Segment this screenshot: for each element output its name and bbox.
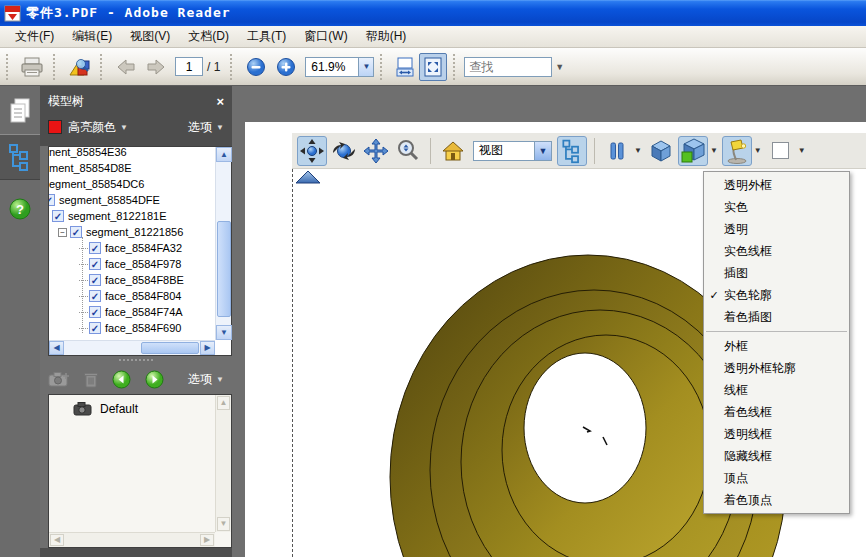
fit-width-button[interactable] [391, 53, 419, 81]
pages-panel-button[interactable] [0, 94, 40, 128]
menubar-item-0[interactable]: 文件(F) [6, 26, 63, 47]
default-view-button[interactable] [438, 136, 468, 166]
menubar-item-1[interactable]: 编辑(E) [63, 26, 121, 47]
next-page-button[interactable] [141, 52, 171, 82]
visibility-checkbox[interactable]: ✓ [52, 210, 64, 222]
print-button[interactable] [17, 52, 47, 82]
zoom-level-combobox[interactable]: 61.9% [305, 57, 359, 77]
visibility-checkbox[interactable]: ✓ [89, 306, 101, 318]
menubar-item-4[interactable]: 工具(T) [238, 26, 295, 47]
fit-page-button[interactable] [419, 53, 447, 81]
views-options-button[interactable]: 选项 [188, 371, 212, 388]
tree-row[interactable]: −✓segment_81221856 [49, 224, 215, 240]
page-number-input[interactable] [175, 57, 203, 76]
tree-row[interactable]: egment_85854DC6 [49, 176, 215, 192]
chevron-down-icon[interactable]: ▼ [754, 146, 762, 155]
visibility-checkbox[interactable]: ✓ [89, 322, 101, 334]
projection-button[interactable] [646, 136, 676, 166]
visibility-checkbox[interactable]: ✓ [89, 258, 101, 270]
previous-page-button[interactable] [111, 52, 141, 82]
views-vertical-scrollbar[interactable]: ▲ ▼ [215, 395, 231, 532]
tree-row[interactable]: nent_85854E36 [49, 144, 215, 160]
lighting-button[interactable] [722, 136, 752, 166]
animation-pause-button[interactable] [602, 136, 632, 166]
render-mode-menu-item[interactable]: 实色 [704, 196, 849, 218]
render-mode-menu-item[interactable]: 着色顶点 [704, 489, 849, 511]
render-mode-menu-item[interactable]: 透明线框 [704, 423, 849, 445]
title-bar[interactable]: 零件3.PDF - Adobe Reader [0, 0, 866, 26]
scroll-down-icon[interactable]: ▼ [216, 325, 232, 340]
render-mode-menu-item[interactable]: 插图 [704, 262, 849, 284]
scroll-left-icon[interactable]: ◀ [50, 534, 64, 546]
render-mode-menu-item[interactable]: 透明外框轮廓 [704, 357, 849, 379]
tree-row[interactable]: ✓face_8584F74A [49, 304, 215, 320]
render-mode-menu-item[interactable]: 外框 [704, 335, 849, 357]
tree-row[interactable]: ✓segment_85854DFE [49, 192, 215, 208]
create-view-button[interactable] [48, 371, 70, 387]
zoom-out-button[interactable] [241, 52, 271, 82]
views-combobox[interactable]: 视图 ▼ [473, 141, 552, 161]
render-mode-button[interactable] [678, 136, 708, 166]
render-mode-menu-item[interactable]: 隐藏线框 [704, 445, 849, 467]
close-panel-button[interactable]: × [216, 94, 224, 109]
scroll-left-icon[interactable]: ◀ [49, 341, 64, 355]
background-color-button[interactable] [766, 136, 796, 166]
tree-horizontal-scrollbar[interactable]: ◀ ▶ [49, 340, 215, 355]
pdf-page[interactable]: 视图 ▼ ▼ [245, 122, 866, 557]
menubar-item-2[interactable]: 视图(V) [121, 26, 179, 47]
menubar-item-6[interactable]: 帮助(H) [357, 26, 416, 47]
views-horizontal-scrollbar[interactable]: ◀ ▶ [49, 532, 215, 547]
pan-tool-button[interactable] [361, 136, 391, 166]
zoom-in-button[interactable] [271, 52, 301, 82]
expander-minus-icon[interactable]: − [58, 228, 67, 237]
zoom-dropdown-button[interactable]: ▼ [359, 57, 374, 77]
scrollbar-thumb[interactable] [217, 221, 231, 317]
visibility-checkbox[interactable]: ✓ [49, 194, 55, 206]
chevron-down-icon[interactable]: ▼ [634, 146, 642, 155]
rotate-tool-button[interactable] [297, 136, 327, 166]
scroll-down-icon[interactable]: ▼ [217, 517, 230, 531]
tree-options-button[interactable]: 选项 [188, 119, 212, 136]
scroll-up-icon[interactable]: ▲ [216, 147, 232, 162]
visibility-checkbox[interactable]: ✓ [70, 226, 82, 238]
view-list-item[interactable]: Default [49, 399, 231, 419]
chevron-down-icon[interactable]: ▼ [710, 146, 718, 155]
render-mode-menu-item[interactable]: 顶点 [704, 467, 849, 489]
find-input[interactable] [464, 57, 552, 77]
render-mode-menu-item[interactable]: 着色线框 [704, 401, 849, 423]
help-button[interactable]: ? [0, 194, 40, 224]
tree-row[interactable]: ✓face_8584F978 [49, 256, 215, 272]
scrollbar-thumb[interactable] [141, 342, 199, 354]
highlight-color-label[interactable]: 高亮颜色 [68, 119, 116, 136]
tree-row[interactable]: ✓face_8584FA32 [49, 240, 215, 256]
render-mode-menu-item[interactable]: 着色插图 [704, 306, 849, 328]
tree-row[interactable]: ✓face_8584F690 [49, 320, 215, 336]
highlight-color-swatch[interactable] [48, 120, 62, 134]
render-mode-menu-item[interactable]: 实色线框 [704, 240, 849, 262]
spin-tool-button[interactable] [329, 136, 359, 166]
visibility-checkbox[interactable]: ✓ [89, 242, 101, 254]
menubar-item-3[interactable]: 文档(D) [179, 26, 238, 47]
tree-row[interactable]: ment_85854D8E [49, 160, 215, 176]
render-mode-menu-item[interactable]: 线框 [704, 379, 849, 401]
zoom-tool-button[interactable] [393, 136, 423, 166]
tree-row[interactable]: ✓segment_8122181E [49, 208, 215, 224]
scroll-right-icon[interactable]: ▶ [200, 534, 214, 546]
find-dropdown-button[interactable]: ▼ [555, 62, 564, 72]
search-button[interactable] [64, 52, 94, 82]
previous-view-button[interactable] [112, 370, 131, 389]
tree-row[interactable]: ✓face_8584F8BE [49, 272, 215, 288]
delete-view-button[interactable] [84, 371, 98, 388]
model-tree-panel-button[interactable] [0, 134, 40, 180]
chevron-down-icon[interactable]: ▼ [798, 146, 806, 155]
toggle-model-tree-button[interactable] [557, 136, 587, 166]
tree-row[interactable]: ✓face_8584F804 [49, 288, 215, 304]
render-mode-menu-item[interactable]: 透明 [704, 218, 849, 240]
tree-vertical-scrollbar[interactable]: ▲ ▼ [215, 147, 231, 340]
next-view-button[interactable] [145, 370, 164, 389]
scroll-right-icon[interactable]: ▶ [200, 341, 215, 355]
render-mode-menu-item[interactable]: 透明外框 [704, 174, 849, 196]
collapse-3d-toolbar-button[interactable] [295, 170, 321, 185]
render-mode-menu-item[interactable]: ✓实色轮廓 [704, 284, 849, 306]
menubar-item-5[interactable]: 窗口(W) [295, 26, 356, 47]
